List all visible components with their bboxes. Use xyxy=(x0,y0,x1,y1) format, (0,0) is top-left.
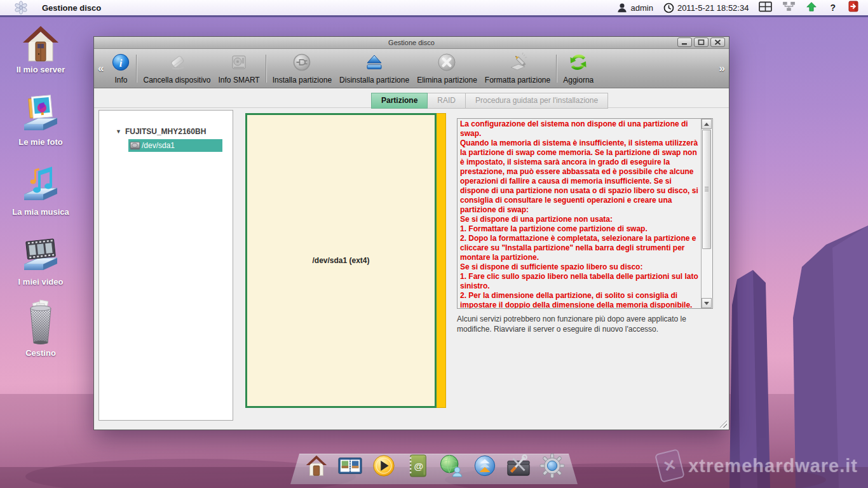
tab-installation-wizard[interactable]: Procedura guidata per l'installazione xyxy=(466,93,608,109)
app-logo-icon xyxy=(14,1,28,15)
toolbar-scroll-left[interactable]: « xyxy=(94,62,107,75)
eraser-icon xyxy=(167,51,187,74)
toolbar-separator xyxy=(556,55,557,83)
partition-block-selected[interactable]: /dev/sda1 (ext4) xyxy=(245,113,437,408)
toolbar-button-delete-partition[interactable]: Elimina partizione xyxy=(413,49,481,88)
clock-widget[interactable]: 2011-5-21 18:52:34 xyxy=(663,3,749,13)
toolbar-button-unmount-partition[interactable]: Disinstalla partizione xyxy=(336,49,413,88)
plug-icon xyxy=(292,51,312,74)
toolbar-button-mount-partition[interactable]: Installa partizione xyxy=(269,49,336,88)
toolbar-button-format-partition[interactable]: Formatta partizione xyxy=(481,49,554,88)
window-title: Gestione disco xyxy=(388,39,435,46)
toolbar-button-info[interactable]: i Info xyxy=(107,49,134,88)
house-icon xyxy=(20,24,61,64)
logout-icon xyxy=(848,1,859,12)
user-menu[interactable]: admin xyxy=(617,3,653,13)
window-titlebar[interactable]: Gestione disco xyxy=(94,37,729,49)
tree-expander-icon[interactable]: ▼ xyxy=(116,128,121,135)
desktop-icon-my-server[interactable]: Il mio server xyxy=(5,24,76,74)
tab-raid[interactable]: RAID xyxy=(428,93,466,109)
hard-disk-icon xyxy=(130,140,140,151)
toolbar-separator xyxy=(136,55,137,83)
device-name: FUJITSU_MHY2160BH xyxy=(125,127,206,136)
partition-name: /dev/sda1 xyxy=(142,141,175,150)
maximize-button[interactable] xyxy=(694,37,709,47)
services-note-text: Alcuni servizi potrebbero non funzionare… xyxy=(457,314,722,334)
dock-contacts-globe-icon[interactable] xyxy=(438,452,465,479)
desktop-icon-label: Cestino xyxy=(25,348,56,358)
grid-icon xyxy=(759,1,772,12)
desktop-icon-my-photos[interactable]: Le mie foto xyxy=(5,94,76,147)
upload-arrow-button[interactable] xyxy=(806,1,817,15)
toolbar-scroll-right[interactable]: » xyxy=(715,62,729,75)
down-arrow-icon xyxy=(704,302,709,305)
topbar-status-area: admin 2011-5-21 18:52:34 xyxy=(617,1,859,15)
maximize-icon xyxy=(698,39,705,45)
swap-warning-box: La configurazione del sistema non dispon… xyxy=(457,118,713,309)
refresh-icon xyxy=(568,51,588,74)
device-tree-panel: ▼ FUJITSU_MHY2160BH /dev/sda1 xyxy=(98,110,233,421)
window-toolbar: « i Info Cancella dispositivo Info SMART xyxy=(94,49,729,88)
tree-node-partition-selected[interactable]: /dev/sda1 xyxy=(128,139,222,152)
dock-photo-album-icon[interactable] xyxy=(337,452,363,479)
partition-block-label: /dev/sda1 (ext4) xyxy=(312,256,369,265)
topbar: Gestione disco admin 2011-5-21 18:52:34 xyxy=(0,0,868,17)
up-arrow-icon xyxy=(704,123,709,126)
trash-icon xyxy=(20,297,61,347)
free-space-block[interactable] xyxy=(437,113,446,408)
help-button[interactable]: ? xyxy=(827,3,838,13)
svg-text:@: @ xyxy=(414,461,423,471)
photos-icon xyxy=(20,94,61,136)
user-icon xyxy=(617,3,627,13)
swap-warning-text: La configurazione del sistema non dispon… xyxy=(458,119,701,308)
minimize-icon xyxy=(681,39,688,45)
delete-x-icon xyxy=(437,51,457,74)
smart-disk-icon xyxy=(229,51,249,74)
tree-node-device[interactable]: ▼ FUJITSU_MHY2160BH xyxy=(116,127,233,136)
window-grid-button[interactable] xyxy=(759,1,772,15)
eject-icon xyxy=(364,51,384,74)
toolbar-button-refresh[interactable]: Aggiorna xyxy=(559,49,597,88)
dock-download-globe-icon[interactable] xyxy=(471,452,498,479)
watermark: ✕ xtremehardware.it xyxy=(658,451,858,480)
desktop-icon-label: Le mie foto xyxy=(18,137,62,147)
dock: @ xyxy=(290,451,578,484)
window-resize-grip[interactable] xyxy=(719,419,727,428)
dock-address-book-icon[interactable]: @ xyxy=(404,452,431,479)
partition-map: /dev/sda1 (ext4) xyxy=(245,113,446,408)
desktop-icon-label: La mia musica xyxy=(12,207,69,217)
scrollbar-up-button[interactable] xyxy=(702,119,712,129)
clock-icon xyxy=(663,3,674,13)
dock-media-player-icon[interactable] xyxy=(370,452,397,479)
close-button[interactable] xyxy=(710,37,725,47)
dock-settings-gear-icon[interactable] xyxy=(539,452,566,479)
tab-strip: Partizione RAID Procedura guidata per l'… xyxy=(371,93,608,109)
desktop-icon-trash[interactable]: Cestino xyxy=(5,297,76,358)
desktop-icon-my-music[interactable]: La mia musica xyxy=(5,164,76,217)
network-status-button[interactable] xyxy=(782,1,796,14)
close-icon xyxy=(714,39,721,45)
scrollbar-down-button[interactable] xyxy=(702,298,712,308)
page-title: Gestione disco xyxy=(42,3,101,13)
datetime-text: 2011-5-21 18:52:34 xyxy=(677,3,749,13)
xtremehardware-logo-icon: ✕ xyxy=(654,449,685,483)
scrollbar[interactable] xyxy=(701,119,712,308)
videos-icon xyxy=(20,234,61,276)
green-up-arrow-icon xyxy=(806,1,817,12)
scrollbar-thumb[interactable] xyxy=(702,130,711,249)
network-icon xyxy=(782,1,796,11)
desktop-icon-label: Il mio server xyxy=(17,65,65,74)
info-icon: i xyxy=(111,51,130,74)
scrollbar-grip-icon xyxy=(705,187,709,191)
user-name: admin xyxy=(630,3,653,13)
desktop-icon-my-videos[interactable]: I miei video xyxy=(5,234,76,287)
svg-text:i: i xyxy=(119,57,123,69)
toolbar-button-smart-info[interactable]: Info SMART xyxy=(215,49,264,88)
dock-home-icon[interactable] xyxy=(303,452,330,479)
tab-partizione[interactable]: Partizione xyxy=(371,93,428,109)
toolbar-button-erase-device[interactable]: Cancella dispositivo xyxy=(139,49,214,88)
minimize-button[interactable] xyxy=(677,37,692,47)
music-icon xyxy=(20,164,61,206)
dock-toolbox-icon[interactable] xyxy=(505,452,532,479)
logout-button[interactable] xyxy=(848,1,859,15)
